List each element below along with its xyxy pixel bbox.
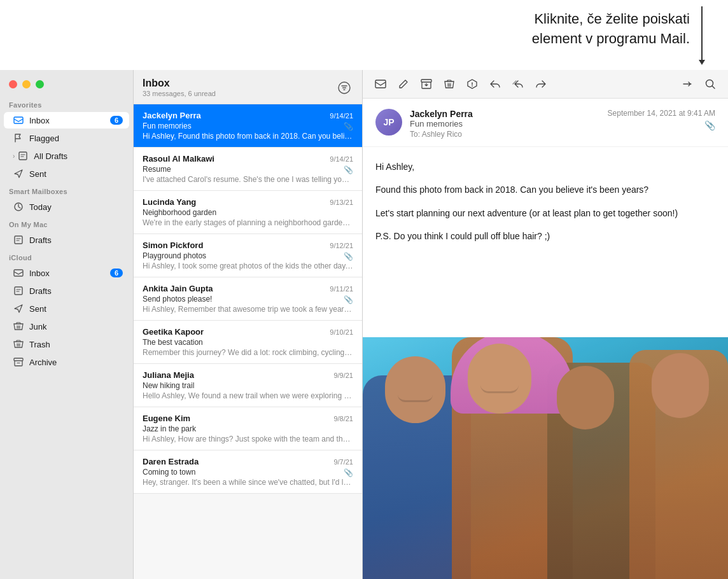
more-button[interactable]	[677, 75, 697, 93]
email-list-item[interactable]: Jackelyn Perra 9/14/21 Fun memories 📎 Hi…	[134, 104, 362, 148]
sidebar-item-icloud-archive[interactable]: Archive	[4, 354, 129, 370]
forward-button[interactable]	[531, 75, 551, 93]
inbox-icon	[13, 115, 24, 126]
maximize-button[interactable]	[36, 80, 44, 88]
filter-button[interactable]	[335, 79, 353, 97]
inbox-badge: 6	[110, 116, 123, 125]
email-list-header-text: Inbox 33 messages, 6 unread	[143, 78, 216, 97]
trash-button[interactable]	[439, 75, 459, 93]
email-date: 9/8/21	[333, 415, 353, 422]
email-list-header: Inbox 33 messages, 6 unread	[134, 70, 362, 104]
attachment-icon: 📎	[344, 252, 353, 261]
email-subject: Neighborhood garden	[143, 208, 216, 217]
reply-all-button[interactable]	[508, 75, 528, 93]
email-detail-pane: JP Jackelyn Perra Fun memories To: Ashle…	[363, 70, 728, 579]
new-email-button[interactable]	[370, 75, 391, 93]
annotation-text: Kliknite, če želite poiskati element v p…	[532, 10, 690, 49]
email-list-item[interactable]: Juliana Mejia 9/9/21 New hiking trail He…	[134, 364, 362, 407]
toolbar	[363, 70, 728, 99]
sidebar-item-flagged[interactable]: Flagged	[4, 130, 129, 146]
annotation-area: Kliknite, če želite poiskati element v p…	[0, 0, 728, 70]
email-list-item[interactable]: Geetika Kapoor 9/10/21 The best vacation…	[134, 321, 362, 364]
email-subject: Resume	[143, 165, 171, 174]
smart-mailboxes-label: Smart Mailboxes	[0, 183, 133, 198]
email-detail-date: September 14, 2021 at 9:41 AM	[608, 109, 715, 118]
email-preview: I've attached Carol's resume. She's the …	[143, 175, 353, 184]
email-list-item[interactable]: Lucinda Yang 9/13/21 Neighborhood garden…	[134, 191, 362, 234]
sidebar-item-sent[interactable]: Sent	[4, 165, 129, 182]
sender-name: Jackelyn Perra	[143, 111, 201, 120]
icloud-label: iCloud	[0, 249, 133, 264]
body-line-3: Let's start planning our next adventure …	[375, 206, 715, 220]
email-subject: Send photos please!	[143, 295, 212, 303]
email-preview: Hi Ashley, I took some great photos of t…	[143, 262, 353, 270]
close-button[interactable]	[9, 80, 17, 88]
on-my-mac-label: On My Mac	[0, 216, 133, 231]
icloud-archive-label: Archive	[29, 358, 123, 367]
email-preview: Hello Ashley, We found a new trail when …	[143, 391, 353, 400]
detail-attachment-icon: 📎	[608, 120, 715, 130]
body-line-4: P.S. Do you think I could pull off blue …	[375, 229, 715, 243]
sidebar-item-icloud-drafts[interactable]: Drafts	[4, 283, 129, 299]
archive-button[interactable]	[416, 75, 437, 93]
compose-button[interactable]	[393, 75, 414, 93]
svg-rect-6	[14, 358, 23, 361]
sidebar-item-all-drafts[interactable]: › All Drafts	[4, 148, 129, 164]
junk-button[interactable]	[462, 75, 482, 93]
search-button[interactable]	[700, 75, 720, 93]
all-drafts-label: All Drafts	[34, 151, 123, 161]
svg-rect-1	[19, 152, 27, 160]
email-date: 9/14/21	[330, 155, 353, 163]
annotation-line	[701, 6, 703, 64]
expand-arrow: ›	[13, 153, 15, 160]
email-to: To: Ashley Rico	[410, 130, 600, 139]
email-date: 9/12/21	[330, 242, 353, 249]
icloud-drafts-label: Drafts	[29, 286, 123, 296]
sender-name: Geetika Kapoor	[143, 327, 204, 337]
sidebar-item-icloud-inbox[interactable]: Inbox 6	[4, 265, 129, 281]
email-body: Hi Ashley, Found this photo from back in…	[363, 147, 728, 337]
icloud-drafts-icon	[13, 285, 24, 296]
email-preview: Hey, stranger. It's been a while since w…	[143, 478, 353, 487]
sender-name: Daren Estrada	[143, 457, 199, 466]
email-preview: Hi Ashley, How are things? Just spoke wi…	[143, 435, 353, 443]
email-subject: New hiking trail	[143, 381, 194, 390]
sidebar-item-icloud-sent[interactable]: Sent	[4, 300, 129, 317]
icloud-sent-label: Sent	[29, 304, 123, 314]
icloud-junk-label: Junk	[29, 322, 123, 331]
icloud-inbox-label: Inbox	[29, 269, 110, 278]
email-date: 9/7/21	[333, 458, 353, 466]
icloud-trash-icon	[13, 338, 24, 350]
sidebar-item-mac-drafts[interactable]: Drafts	[4, 232, 129, 248]
svg-rect-5	[15, 287, 22, 295]
email-date: 9/9/21	[333, 372, 353, 379]
app-container: Favorites Inbox 6 Flagged ›	[0, 70, 728, 579]
sidebar-item-inbox[interactable]: Inbox 6	[4, 112, 129, 129]
attachment-icon: 📎	[344, 165, 353, 174]
sender-name: Lucinda Yang	[143, 197, 196, 207]
attachment-icon: 📎	[344, 122, 353, 131]
svg-rect-3	[15, 236, 22, 244]
sidebar: Favorites Inbox 6 Flagged ›	[0, 70, 134, 579]
email-list-item[interactable]: Ankita Jain Gupta 9/11/21 Send photos pl…	[134, 277, 362, 321]
email-list-item[interactable]: Daren Estrada 9/7/21 Coming to town 📎 He…	[134, 450, 362, 494]
email-list-item[interactable]: Eugene Kim 9/8/21 Jazz in the park Hi As…	[134, 407, 362, 450]
email-subject: Fun memories	[410, 119, 600, 129]
flagged-icon	[13, 132, 24, 144]
sender-avatar: JP	[375, 109, 402, 136]
sidebar-item-today[interactable]: Today	[4, 199, 129, 215]
sidebar-item-icloud-junk[interactable]: Junk	[4, 318, 129, 335]
sidebar-item-icloud-trash[interactable]: Trash	[4, 336, 129, 352]
all-drafts-icon	[17, 150, 29, 162]
flagged-label: Flagged	[29, 134, 123, 143]
minimize-button[interactable]	[22, 80, 31, 88]
svg-rect-8	[375, 80, 386, 88]
email-list: Jackelyn Perra 9/14/21 Fun memories 📎 Hi…	[134, 104, 362, 579]
mac-drafts-label: Drafts	[29, 235, 123, 245]
sender-name: Rasoul Al Malkawi	[143, 154, 214, 164]
email-list-item[interactable]: Rasoul Al Malkawi 9/14/21 Resume 📎 I've …	[134, 148, 362, 191]
email-list-item[interactable]: Simon Pickford 9/12/21 Playground photos…	[134, 234, 362, 277]
email-date: 9/10/21	[330, 328, 353, 336]
reply-button[interactable]	[485, 75, 505, 93]
sent-icon	[13, 168, 24, 179]
